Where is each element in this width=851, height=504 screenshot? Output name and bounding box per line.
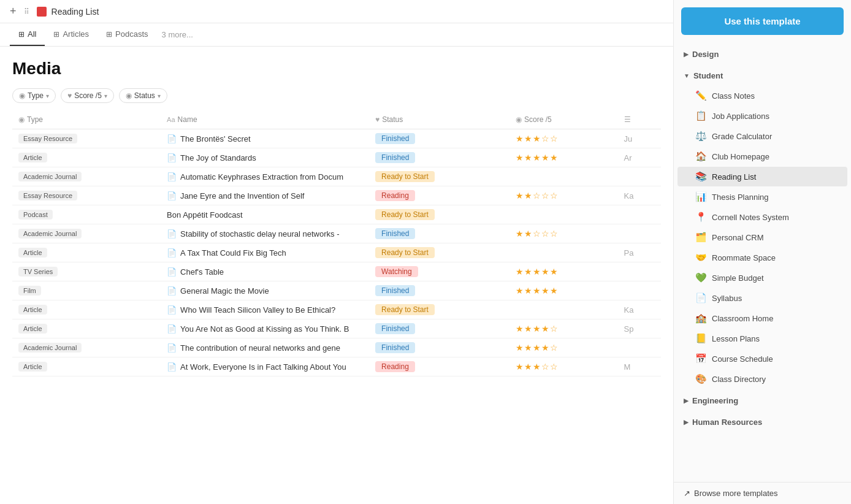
- sidebar-item-label-course-schedule: Course Schedule: [712, 354, 773, 364]
- sidebar-item-cornell-notes[interactable]: 📍 Cornell Notes System: [677, 207, 847, 227]
- sidebar-section-design-header[interactable]: ▶ Design: [674, 45, 851, 64]
- cell-name[interactable]: 📄 The Brontës' Secret: [161, 129, 369, 148]
- cell-status: Watching: [369, 262, 509, 281]
- cell-name[interactable]: 📄 A Tax That Could Fix Big Tech: [161, 243, 369, 262]
- sidebar-item-course-schedule[interactable]: 📅 Course Schedule: [677, 349, 847, 368]
- table-row[interactable]: Article 📄 The Joy of Standards Finished★…: [12, 148, 661, 167]
- table-container: ◉ Type Aa Name ♥ Status: [0, 110, 673, 504]
- cell-name[interactable]: 📄 You Are Not as Good at Kissing as You …: [161, 319, 369, 338]
- cell-extra: Pa: [618, 243, 661, 262]
- status-badge: Ready to Start: [375, 209, 435, 220]
- cell-name[interactable]: Bon Appétit Foodcast: [161, 205, 369, 224]
- sidebar-item-club-homepage[interactable]: 🏠 Club Homepage: [677, 147, 847, 166]
- table-row[interactable]: Podcast Bon Appétit Foodcast Ready to St…: [12, 205, 661, 224]
- cell-status: Finished: [369, 148, 509, 167]
- cell-name[interactable]: 📄 Jane Eyre and the Invention of Self: [161, 186, 369, 205]
- sidebar-section-engineering-header[interactable]: ▶ Engineering: [674, 391, 851, 410]
- sidebar-item-label-grade-calculator: Grade Calculator: [712, 132, 772, 141]
- table-row[interactable]: Essay Resource 📄 Jane Eyre and the Inven…: [12, 186, 661, 205]
- cell-status: Reading: [369, 186, 509, 205]
- tab-articles[interactable]: ⊞ Articles: [45, 23, 97, 46]
- sidebar-item-personal-crm[interactable]: 🗂️ Personal CRM: [677, 227, 847, 247]
- cell-name[interactable]: 📄 General Magic the Movie: [161, 281, 369, 300]
- sidebar-item-class-directory[interactable]: 🎨 Class Directory: [677, 369, 847, 389]
- filter-status-chevron: ▾: [158, 93, 161, 99]
- sidebar-section-student-header[interactable]: ▼ Student: [674, 66, 851, 85]
- cell-score: [509, 300, 618, 319]
- status-badge: Reading: [375, 361, 415, 372]
- table-row[interactable]: Film 📄 General Magic the Movie Finished★…: [12, 281, 661, 300]
- sidebar-item-job-applications[interactable]: 📋 Job Applications: [677, 106, 847, 126]
- type-badge: Article: [18, 153, 47, 162]
- grid-icon: ⠿: [24, 7, 29, 16]
- cell-extra: [618, 262, 661, 281]
- sidebar-item-label-roommate-space: Roommate Space: [712, 253, 776, 262]
- status-badge: Ready to Start: [375, 247, 435, 258]
- table-row[interactable]: Article 📄 You Are Not as Good at Kissing…: [12, 319, 661, 338]
- browse-templates-link[interactable]: ↗ Browse more templates: [684, 489, 841, 498]
- cell-status: Ready to Start: [369, 205, 509, 224]
- cell-score: [509, 167, 618, 186]
- cell-name[interactable]: 📄 Stability of stochastic delay neural n…: [161, 224, 369, 243]
- sidebar-item-roommate-space[interactable]: 🤝 Roommate Space: [677, 248, 847, 267]
- name-text: General Magic the Movie: [180, 286, 269, 296]
- cell-name[interactable]: 📄 Who Will Teach Silicon Valley to Be Et…: [161, 300, 369, 319]
- table-row[interactable]: Article 📄 At Work, Everyone Is in Fact T…: [12, 357, 661, 376]
- table-row[interactable]: Article 📄 A Tax That Could Fix Big Tech …: [12, 243, 661, 262]
- col-extra: ☰: [618, 110, 661, 129]
- sidebar-item-simple-budget[interactable]: 💚 Simple Budget: [677, 268, 847, 288]
- sidebar-item-emoji-course-schedule: 📅: [695, 353, 707, 364]
- engineering-chevron-icon: ▶: [684, 397, 689, 404]
- sidebar-footer: ↗ Browse more templates: [674, 482, 851, 504]
- cell-name[interactable]: 📄 Chef's Table: [161, 262, 369, 281]
- table-row[interactable]: Academic Journal 📄 Automatic Keyphrases …: [12, 167, 661, 186]
- sidebar-item-class-notes[interactable]: ✏️ Class Notes: [677, 86, 847, 105]
- sidebar-item-reading-list[interactable]: 📚 Reading List: [677, 167, 847, 186]
- table-header-row: ◉ Type Aa Name ♥ Status: [12, 110, 661, 129]
- doc-icon: 📄: [167, 153, 177, 162]
- cell-name[interactable]: 📄 The contribution of neural networks an…: [161, 338, 369, 357]
- cell-name[interactable]: 📄 Automatic Keyphrases Extraction from D…: [161, 167, 369, 186]
- sidebar-item-emoji-personal-crm: 🗂️: [695, 232, 707, 243]
- col-name: Aa Name: [161, 110, 369, 129]
- tab-podcasts[interactable]: ⊞ Podcasts: [97, 23, 156, 46]
- status-badge: Reading: [375, 190, 415, 201]
- tab-podcasts-label: Podcasts: [115, 29, 148, 39]
- doc-icon: 📄: [167, 267, 177, 277]
- cell-name[interactable]: 📄 At Work, Everyone Is in Fact Talking A…: [161, 357, 369, 376]
- sidebar-item-syllabus[interactable]: 📄 Syllabus: [677, 288, 847, 308]
- add-icon[interactable]: +: [10, 5, 17, 18]
- sidebar-section-hr: ▶ Human Resources: [674, 413, 851, 432]
- doc-icon: 📄: [167, 305, 177, 315]
- table-row[interactable]: Academic Journal 📄 Stability of stochast…: [12, 224, 661, 243]
- cell-name[interactable]: 📄 The Joy of Standards: [161, 148, 369, 167]
- tab-more[interactable]: 3 more...: [157, 24, 198, 45]
- sidebar-section-hr-header[interactable]: ▶ Human Resources: [674, 413, 851, 432]
- sidebar-item-thesis-planning[interactable]: 📊 Thesis Planning: [677, 187, 847, 207]
- cell-type: Article: [12, 300, 161, 319]
- table-row[interactable]: Academic Journal 📄 The contribution of n…: [12, 338, 661, 357]
- table-row[interactable]: Essay Resource 📄 The Brontës' Secret Fin…: [12, 129, 661, 148]
- cell-score: ★★☆☆☆: [509, 186, 618, 205]
- status-badge: Ready to Start: [375, 171, 435, 182]
- doc-icon: 📄: [167, 191, 177, 200]
- tab-all[interactable]: ⊞ All: [10, 23, 45, 46]
- sidebar-item-grade-calculator[interactable]: ⚖️ Grade Calculator: [677, 126, 847, 146]
- filter-status[interactable]: ◉ Status ▾: [119, 88, 167, 103]
- filter-score[interactable]: ♥ Score /5 ▾: [61, 88, 114, 103]
- table-row[interactable]: Article 📄 Who Will Teach Silicon Valley …: [12, 300, 661, 319]
- sidebar-item-classroom-home[interactable]: 🏫 Classroom Home: [677, 308, 847, 328]
- type-badge: Academic Journal: [18, 172, 82, 181]
- status-badge: Finished: [375, 152, 415, 163]
- cell-status: Reading: [369, 357, 509, 376]
- filter-type[interactable]: ◉ Type ▾: [12, 88, 56, 103]
- cell-score: [509, 243, 618, 262]
- doc-icon: 📄: [167, 324, 177, 334]
- use-template-button[interactable]: Use this template: [681, 7, 844, 35]
- table-row[interactable]: TV Series 📄 Chef's Table Watching★★★★★: [12, 262, 661, 281]
- stars: ★★★☆☆: [516, 362, 559, 372]
- sidebar-item-label-club-homepage: Club Homepage: [712, 152, 769, 161]
- filter-type-chevron: ▾: [46, 93, 49, 99]
- sidebar-item-lesson-plans[interactable]: 📒 Lesson Plans: [677, 329, 847, 348]
- browse-templates-label: Browse more templates: [694, 489, 778, 498]
